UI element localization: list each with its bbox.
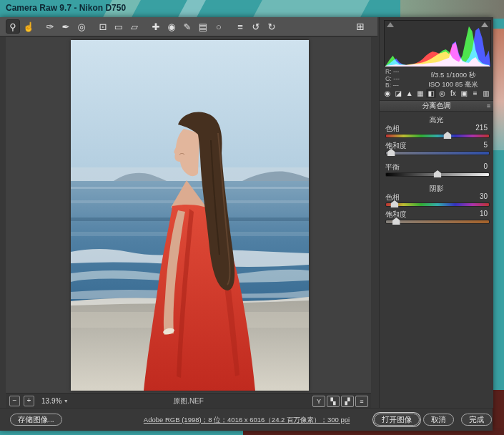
copy-settings-button[interactable]: ▞ (341, 396, 354, 407)
photo-preview (71, 40, 309, 391)
transform-tool-icon[interactable]: ▱ (127, 19, 142, 34)
preview-menu-button[interactable]: ≡ (355, 396, 368, 407)
preview-status-bar: − + 13.9% ▾ 原图.NEF Y ▚ ▞ ≡ (6, 393, 371, 409)
zoom-tool-icon[interactable]: ⚲ (6, 19, 20, 34)
radial-filter-tool-icon[interactable]: ○ (212, 19, 226, 34)
highlight-clipping-indicator[interactable] (481, 22, 488, 27)
slider-handle[interactable] (443, 132, 451, 139)
balance-slider[interactable] (385, 172, 490, 177)
detail-tab-icon[interactable]: ▲ (405, 89, 415, 98)
shadow-clipping-indicator[interactable] (387, 22, 394, 27)
open-image-button[interactable]: 打开图像 (374, 414, 420, 426)
camera-calibration-tab-icon[interactable]: ▣ (459, 89, 469, 98)
rgb-readout: R: --- G: --- B: --- (385, 69, 400, 89)
white-balance-tool-icon[interactable]: ✑ (43, 19, 57, 34)
done-button[interactable]: 完成 (461, 414, 492, 426)
save-image-button[interactable]: 存储图像... (10, 414, 62, 426)
swap-before-after-button[interactable]: ▚ (327, 396, 340, 407)
fullscreen-toggle-icon[interactable]: ⊞ (353, 19, 367, 34)
panel-title: 分离色调 ≡ (380, 100, 493, 112)
hand-tool-icon[interactable]: ☝ (21, 19, 36, 34)
red-eye-tool-icon[interactable]: ◉ (164, 19, 179, 34)
spot-removal-tool-icon[interactable]: ✚ (149, 19, 163, 34)
shadows-hue-label: 色相 (385, 192, 400, 202)
window-title: Camera Raw 9.7 - Nikon D750 (6, 3, 126, 13)
highlights-saturation-slider[interactable] (385, 151, 490, 155)
color-sampler-tool-icon[interactable]: ✒ (59, 19, 73, 34)
shadows-hue-slider[interactable] (385, 202, 490, 207)
shadows-hue-value[interactable]: 30 (480, 192, 488, 200)
tone-curve-tab-icon[interactable]: ◪ (393, 89, 403, 98)
dialog-bottom-bar: 存储图像... Adobe RGB (1998)；8 位；4016 x 6016… (0, 408, 493, 431)
basic-tab-icon[interactable]: ◉ (382, 89, 392, 98)
straighten-tool-icon[interactable]: ▭ (112, 19, 126, 34)
panel-tabs: ◉ ◪ ▲ ▦ ◧ ◎ fx ▣ ≡ ▥ (382, 89, 491, 98)
highlights-hue-label: 色相 (385, 124, 400, 134)
adjustment-brush-tool-icon[interactable]: ✎ (180, 19, 194, 34)
panel-menu-icon[interactable]: ≡ (487, 101, 490, 111)
lens-corrections-tab-icon[interactable]: ◎ (438, 89, 448, 98)
before-after-toggle-button[interactable]: Y (312, 396, 325, 407)
workflow-options-link[interactable]: Adobe RGB (1998)；8 位；4016 x 6016（24.2 百万… (107, 416, 386, 425)
wallpaper-sand-patch (400, 0, 504, 19)
slider-handle[interactable] (434, 170, 442, 177)
adjustments-panel: R: --- G: --- B: --- f/3.5 1/1000 秒 ISO … (379, 17, 493, 408)
snapshots-tab-icon[interactable]: ▥ (481, 89, 491, 98)
crop-tool-icon[interactable]: ⊡ (96, 19, 110, 34)
cancel-button[interactable]: 取消 (423, 414, 454, 426)
highlights-hue-value[interactable]: 215 (475, 124, 488, 132)
camera-raw-dialog: ⚲ ☝ ✑ ✒ ◎ ⊡ ▭ ▱ ✚ ◉ ✎ ▤ ○ ≡ ↺ ↻ ⊞ (0, 17, 493, 430)
shadows-saturation-value[interactable]: 10 (480, 210, 488, 218)
highlights-saturation-value[interactable]: 5 (483, 141, 488, 149)
balance-label: 平衡 (385, 162, 400, 172)
shadows-saturation-slider[interactable] (385, 220, 490, 224)
wallpaper-pink-patch (493, 29, 504, 150)
histogram (384, 20, 491, 67)
presets-tab-icon[interactable]: ≡ (470, 89, 480, 98)
toolbar: ⚲ ☝ ✑ ✒ ◎ ⊡ ▭ ▱ ✚ ◉ ✎ ▤ ○ ≡ ↺ ↻ ⊞ (0, 17, 377, 36)
effects-tab-icon[interactable]: fx (448, 89, 458, 98)
rotate-right-tool-icon[interactable]: ↻ (265, 19, 279, 34)
exif-info: f/3.5 1/1000 秒 ISO 100 85 毫米 (417, 70, 490, 89)
rotate-left-tool-icon[interactable]: ↺ (249, 19, 263, 34)
targeted-adjustment-tool-icon[interactable]: ◎ (74, 19, 89, 34)
light-ray (252, 0, 370, 19)
light-ray (177, 0, 206, 19)
hsl-grayscale-tab-icon[interactable]: ▦ (415, 89, 425, 98)
balance-value[interactable]: 0 (483, 162, 488, 170)
preview-area[interactable] (6, 37, 371, 393)
highlights-saturation-label: 饱和度 (385, 141, 407, 151)
highlights-hue-slider[interactable] (385, 134, 490, 138)
split-toning-tab-icon[interactable]: ◧ (426, 89, 436, 98)
graduated-filter-tool-icon[interactable]: ▤ (196, 19, 210, 34)
preferences-tool-icon[interactable]: ≡ (233, 19, 247, 34)
